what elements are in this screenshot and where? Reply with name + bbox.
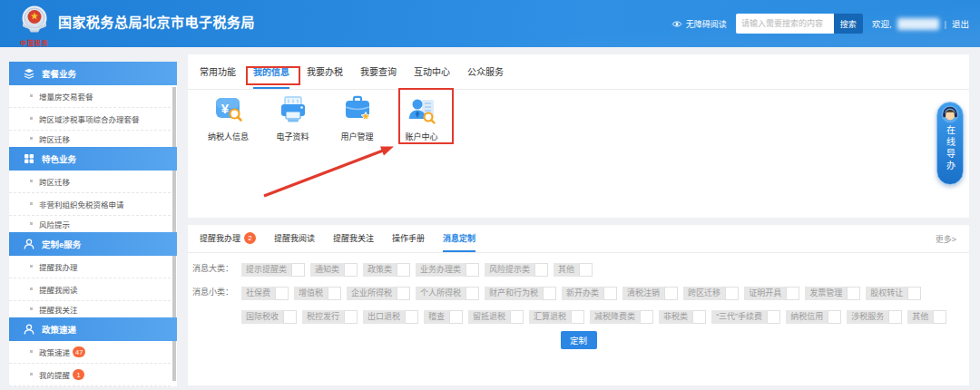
- sidebar-item[interactable]: 增量房交易套餐: [9, 85, 171, 108]
- message-option-label: 稽查: [424, 310, 449, 324]
- search-button[interactable]: 搜索: [834, 14, 863, 34]
- sidebar-section-policy-express[interactable]: 政策速递: [9, 317, 177, 341]
- message-option-checkbox[interactable]: [283, 310, 297, 324]
- message-option[interactable]: 提示提醒类: [241, 263, 305, 277]
- message-option[interactable]: 发票管理: [805, 287, 860, 300]
- message-option[interactable]: 政策类: [363, 263, 410, 277]
- message-option[interactable]: 社保费: [241, 287, 289, 300]
- sidebar-item[interactable]: 政策速递 47: [9, 341, 171, 364]
- message-option-checkbox[interactable]: [466, 287, 479, 300]
- message-option[interactable]: 新开办类: [562, 287, 617, 300]
- sidebar-section-package-services[interactable]: 套餐业务: [9, 62, 177, 85]
- shortcut-user-management[interactable]: 用户管理: [325, 94, 389, 142]
- tab-remind-handle[interactable]: 提醒我办理 2: [200, 225, 256, 252]
- message-option-checkbox[interactable]: [933, 310, 946, 324]
- message-option[interactable]: 非税类: [659, 310, 706, 324]
- tab-operation-manual[interactable]: 操作手册: [392, 225, 425, 252]
- tab-message-customization[interactable]: 消息定制: [443, 225, 475, 252]
- sidebar-item[interactable]: 跨区迁移: [9, 131, 171, 147]
- tab-remind-follow[interactable]: 提醒我关注: [333, 225, 374, 252]
- message-option[interactable]: 稽查: [424, 310, 463, 324]
- message-option-checkbox[interactable]: [405, 310, 418, 324]
- message-option[interactable]: 涉税服务: [847, 310, 902, 324]
- tab-interaction-center[interactable]: 互动中心: [414, 54, 450, 89]
- message-option[interactable]: 减税降费类: [590, 310, 653, 324]
- message-option-label: 风险提示类: [485, 263, 534, 277]
- tab-common-functions[interactable]: 常用功能: [200, 54, 236, 89]
- message-option[interactable]: 汇算退税: [529, 310, 584, 324]
- sidebar-item[interactable]: 我的提醒 1: [9, 364, 171, 386]
- accessibility-link[interactable]: 无障碍阅读: [671, 18, 727, 30]
- subcategory-options: 国际税收税控发行出口退税稽查留抵退税汇算退税减税降费类非税类“三代”手续费纳税信…: [241, 307, 952, 324]
- message-option-checkbox[interactable]: [640, 310, 653, 324]
- shortcut-electronic-data[interactable]: 电子资料: [260, 94, 325, 142]
- message-option-checkbox[interactable]: [449, 310, 463, 324]
- message-option-checkbox[interactable]: [767, 310, 780, 324]
- tab-public-services[interactable]: 公众服务: [467, 54, 504, 89]
- tab-remind-read[interactable]: 提醒我阅读: [274, 225, 315, 252]
- message-option[interactable]: 证明开具: [744, 287, 799, 300]
- message-option[interactable]: 股权转让: [866, 287, 921, 300]
- message-option-checkbox[interactable]: [543, 287, 556, 300]
- message-option[interactable]: 业务办理类: [416, 263, 479, 277]
- message-option-checkbox[interactable]: [344, 263, 358, 277]
- message-option-checkbox[interactable]: [664, 287, 678, 300]
- message-option[interactable]: 其他: [907, 310, 946, 324]
- message-option-checkbox[interactable]: [725, 287, 739, 300]
- message-option[interactable]: “三代”手续费: [711, 310, 780, 324]
- section-title: 特色业务: [42, 152, 76, 165]
- sidebar-item[interactable]: 非营利组织免税资格申请: [9, 193, 171, 216]
- message-option[interactable]: 增值税: [294, 287, 341, 300]
- tab-tax-handling[interactable]: 我要办税: [307, 54, 343, 89]
- message-option[interactable]: 清税注销: [622, 287, 678, 300]
- message-option[interactable]: 个人所得税: [416, 287, 479, 300]
- message-option-checkbox[interactable]: [828, 310, 841, 324]
- message-option[interactable]: 出口退税: [363, 310, 418, 324]
- more-link[interactable]: 更多>: [936, 225, 956, 252]
- sidebar-item[interactable]: 提醒我关注: [9, 301, 171, 317]
- message-option-label: 增值税: [294, 287, 328, 300]
- shortcut-taxpayer-info[interactable]: ¥ 纳税人信息: [196, 94, 260, 142]
- sidebar-item[interactable]: 提醒我办理: [9, 256, 171, 278]
- message-option[interactable]: 税控发行: [302, 310, 358, 324]
- message-option-checkbox[interactable]: [466, 263, 479, 277]
- message-option-checkbox[interactable]: [344, 310, 358, 324]
- message-option-checkbox[interactable]: [786, 287, 799, 300]
- sidebar-item[interactable]: 风险提示: [9, 216, 171, 232]
- online-guide-widget[interactable]: 在线导办: [936, 102, 964, 185]
- search-input[interactable]: [736, 14, 834, 34]
- message-option-checkbox[interactable]: [888, 310, 902, 324]
- message-option-checkbox[interactable]: [907, 287, 921, 300]
- message-option[interactable]: 跨区迁移: [683, 287, 739, 300]
- sidebar-section-custom-eservice[interactable]: 定制e服务: [9, 232, 177, 256]
- message-option-checkbox[interactable]: [692, 310, 706, 324]
- message-option[interactable]: 通知类: [310, 263, 358, 277]
- sidebar-item[interactable]: 跨区迁移: [9, 171, 171, 193]
- message-option[interactable]: 企业所得税: [347, 287, 410, 300]
- message-option[interactable]: 风险提示类: [485, 263, 548, 277]
- shortcut-account-center[interactable]: 账户中心: [389, 94, 454, 142]
- message-option-checkbox[interactable]: [275, 287, 289, 300]
- message-option[interactable]: 其他: [554, 263, 593, 277]
- message-option-checkbox[interactable]: [534, 263, 548, 277]
- message-option-checkbox[interactable]: [571, 310, 584, 324]
- message-option[interactable]: 纳税信用: [786, 310, 841, 324]
- message-option-checkbox[interactable]: [397, 287, 410, 300]
- logout-link[interactable]: 退出: [952, 17, 969, 30]
- message-option-checkbox[interactable]: [510, 310, 524, 324]
- message-option-checkbox[interactable]: [328, 287, 341, 300]
- message-option-checkbox[interactable]: [603, 287, 617, 300]
- message-option-checkbox[interactable]: [579, 263, 593, 277]
- tab-my-info[interactable]: 我的信息: [253, 54, 289, 89]
- tab-my-query[interactable]: 我要查询: [360, 54, 397, 89]
- message-option-checkbox[interactable]: [847, 287, 860, 300]
- sidebar-section-featured-services[interactable]: 特色业务: [9, 147, 177, 171]
- message-option[interactable]: 国际税收: [241, 310, 297, 324]
- message-option-checkbox[interactable]: [397, 263, 410, 277]
- sidebar-item[interactable]: 跨区域涉税事项综合办理套餐: [9, 108, 171, 131]
- message-option-checkbox[interactable]: [291, 263, 305, 277]
- sidebar-item[interactable]: 提醒我阅读: [9, 278, 171, 301]
- message-option[interactable]: 财产和行为税: [485, 287, 556, 300]
- message-option[interactable]: 留抵退税: [468, 310, 524, 324]
- customize-button[interactable]: 定制: [561, 331, 597, 349]
